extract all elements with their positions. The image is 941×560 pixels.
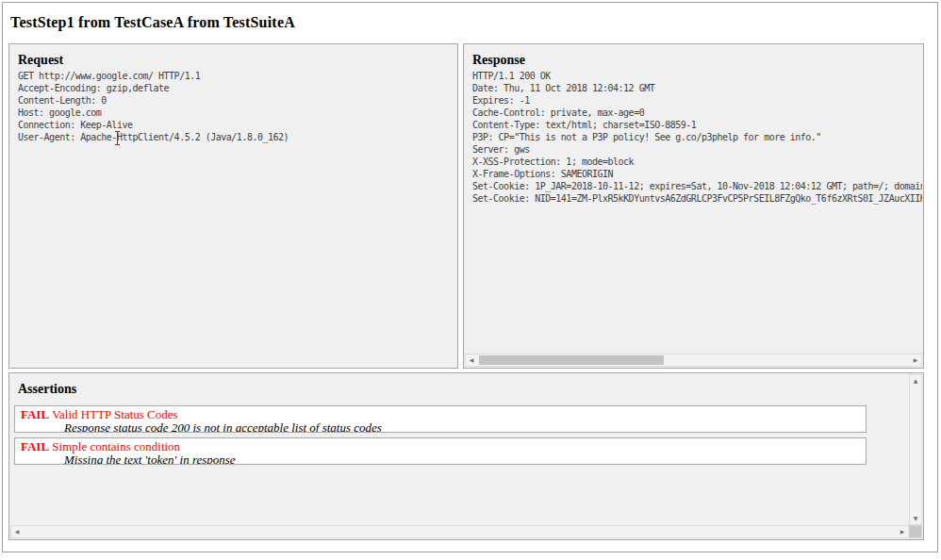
scroll-up-icon[interactable]: ▲	[910, 375, 921, 387]
response-raw-content: HTTP/1.1 200 OK Date: Thu, 11 Oct 2018 1…	[472, 66, 922, 353]
assertion-item-simple-contains-condition: FAIL Simple contains condition Missing t…	[14, 437, 867, 465]
scroll-right-icon[interactable]: ▶	[897, 526, 908, 537]
assertion-name: Simple contains condition	[52, 439, 180, 453]
page-title: TestStep1 from TestCaseA from TestSuiteA	[10, 14, 295, 31]
scroll-left-icon[interactable]: ◀	[11, 526, 23, 537]
assertion-title: FAIL Valid HTTP Status Codes	[21, 408, 860, 420]
response-scrollbar-thumb[interactable]	[479, 355, 664, 365]
request-panel: Request GET http://www.google.com/ HTTP/…	[8, 43, 458, 369]
response-horizontal-scrollbar[interactable]: ◀ ▶	[465, 354, 922, 367]
scroll-left-icon[interactable]: ◀	[466, 354, 477, 366]
assertions-horizontal-scrollbar[interactable]: ◀ ▶	[10, 525, 909, 538]
scroll-down-icon[interactable]: ▼	[910, 513, 921, 524]
assertion-status-badge: FAIL	[21, 439, 49, 453]
scroll-right-icon[interactable]: ▶	[910, 354, 921, 366]
response-panel: Response HTTP/1.1 200 OK Date: Thu, 11 O…	[463, 43, 924, 369]
scrollbar-corner	[909, 525, 922, 538]
assertion-title: FAIL Simple contains condition	[21, 440, 860, 453]
assertions-panel-header: Assertions	[18, 382, 76, 397]
text-cursor-icon	[114, 131, 121, 145]
report-window: TestStep1 from TestCaseA from TestSuiteA…	[2, 2, 938, 552]
assertions-vertical-scrollbar[interactable]: ▲ ▼	[909, 374, 922, 525]
assertion-item-valid-http-status-codes: FAIL Valid HTTP Status Codes Response st…	[14, 405, 867, 433]
assertions-panel: Assertions FAIL Valid HTTP Status Codes …	[8, 372, 924, 540]
assertion-message: Missing the text 'token' in response	[64, 453, 860, 465]
assertion-status-badge: FAIL	[21, 407, 49, 421]
request-raw-content: GET http://www.google.com/ HTTP/1.1 Acce…	[18, 66, 456, 353]
assertion-name: Valid HTTP Status Codes	[52, 407, 178, 421]
assertion-message: Response status code 200 is not in accep…	[64, 421, 860, 433]
